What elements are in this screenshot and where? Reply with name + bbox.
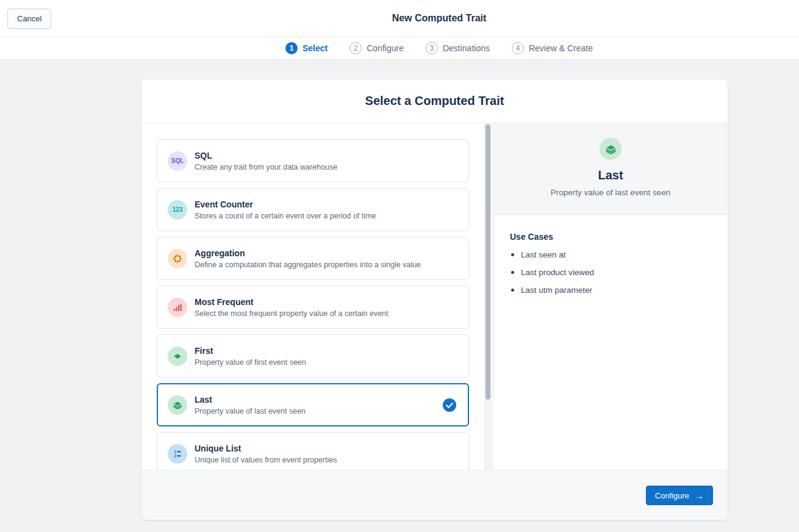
trait-title: SQL [195, 151, 337, 160]
stepper: 1 Select 2 Configure 3 Destinations 4 Re… [285, 37, 593, 59]
trait-title: Event Counter [195, 200, 376, 209]
aggregation-icon [168, 249, 187, 268]
trait-description: Define a computation that aggregates pro… [195, 261, 421, 269]
trait-item-last[interactable]: Last Property value of last event seen [157, 383, 469, 426]
step-review-create[interactable]: 4 Review & Create [512, 42, 593, 54]
step-4-circle: 4 [512, 42, 524, 54]
trait-description: Select the most frequent property value … [195, 309, 389, 318]
card-header: Select a Computed Trait [142, 79, 728, 123]
trait-description: Property value of first event seen [195, 358, 306, 367]
step-destinations[interactable]: 3 Destinations [426, 42, 490, 54]
event-counter-icon-text: 123 [173, 206, 183, 213]
trait-title: Last [195, 395, 306, 404]
step-3-label: Destinations [443, 43, 490, 53]
trait-list: SQL SQL Create any trait from your data … [142, 123, 484, 470]
last-layers-icon [600, 138, 622, 160]
trait-description: Create any trait from your data warehous… [195, 163, 337, 171]
trait-list-scrollbar-track [484, 123, 492, 470]
card-body: SQL SQL Create any trait from your data … [142, 123, 728, 470]
trait-detail-body: Use Cases Last seen at Last product view… [493, 215, 728, 303]
trait-title: Most Frequent [195, 297, 389, 307]
trait-description: Unique list of values from event propert… [195, 456, 337, 464]
most-frequent-icon [168, 298, 187, 317]
cancel-button[interactable]: Cancel [7, 9, 51, 29]
step-1-circle: 1 [285, 42, 298, 54]
trait-item-aggregation[interactable]: Aggregation Define a computation that ag… [157, 237, 469, 280]
app-header: Cancel New Computed Trait [0, 0, 799, 37]
first-diamond-icon [168, 347, 187, 366]
trait-item-most-frequent[interactable]: Most Frequent Select the most frequent p… [157, 286, 469, 329]
trait-list-scrollbar-thumb[interactable] [485, 124, 490, 400]
trait-description: Stores a count of a certain event over a… [195, 212, 376, 220]
use-cases-heading: Use Cases [510, 232, 711, 242]
trait-title: Unique List [195, 444, 337, 453]
step-select[interactable]: 1 Select [285, 42, 328, 54]
trait-item-unique-list[interactable]: 1 2 Unique List Unique list of values fr… [157, 432, 469, 470]
svg-text:2: 2 [174, 454, 176, 458]
page-title: New Computed Trait [392, 13, 487, 24]
sql-icon: SQL [168, 151, 187, 171]
step-2-label: Configure [367, 43, 404, 53]
trait-title: Aggregation [195, 248, 421, 258]
trait-title: First [195, 346, 306, 356]
card-title: Select a Computed Trait [365, 94, 504, 108]
card-footer: Configure → [142, 470, 728, 520]
step-3-circle: 3 [426, 42, 438, 54]
configure-button[interactable]: Configure → [646, 486, 713, 505]
last-layers-icon [168, 395, 187, 415]
use-cases-list: Last seen at Last product viewed Last ut… [510, 250, 711, 295]
step-configure[interactable]: 2 Configure [349, 42, 404, 54]
selected-check-icon [443, 398, 456, 412]
trait-selection-card: Select a Computed Trait SQL SQL Create a… [142, 79, 728, 520]
arrow-right-icon: → [695, 491, 704, 500]
main-area: Select a Computed Trait SQL SQL Create a… [0, 60, 799, 520]
trait-detail-panel: Last Property value of last event seen U… [493, 123, 728, 470]
stepper-bar: 1 Select 2 Configure 3 Destinations 4 Re… [0, 37, 799, 60]
sql-icon-text: SQL [171, 157, 184, 164]
trait-item-event-counter[interactable]: 123 Event Counter Stores a count of a ce… [157, 188, 469, 231]
step-4-label: Review & Create [529, 43, 593, 53]
detail-subtitle: Property value of last event seen [551, 188, 671, 197]
configure-button-label: Configure [655, 491, 689, 500]
unique-list-icon: 1 2 [168, 444, 187, 464]
use-case-item: Last seen at [510, 250, 711, 259]
step-1-label: Select [303, 43, 328, 53]
svg-text:1: 1 [174, 450, 176, 454]
trait-item-sql[interactable]: SQL SQL Create any trait from your data … [157, 139, 469, 182]
use-case-item: Last utm parameter [510, 286, 711, 295]
trait-description: Property value of last event seen [195, 407, 306, 415]
use-case-item: Last product viewed [510, 268, 711, 277]
trait-item-first[interactable]: First Property value of first event seen [157, 334, 469, 378]
event-counter-icon: 123 [168, 200, 187, 220]
step-2-circle: 2 [349, 42, 362, 54]
trait-detail-header: Last Property value of last event seen [493, 123, 728, 215]
detail-title: Last [598, 168, 623, 182]
